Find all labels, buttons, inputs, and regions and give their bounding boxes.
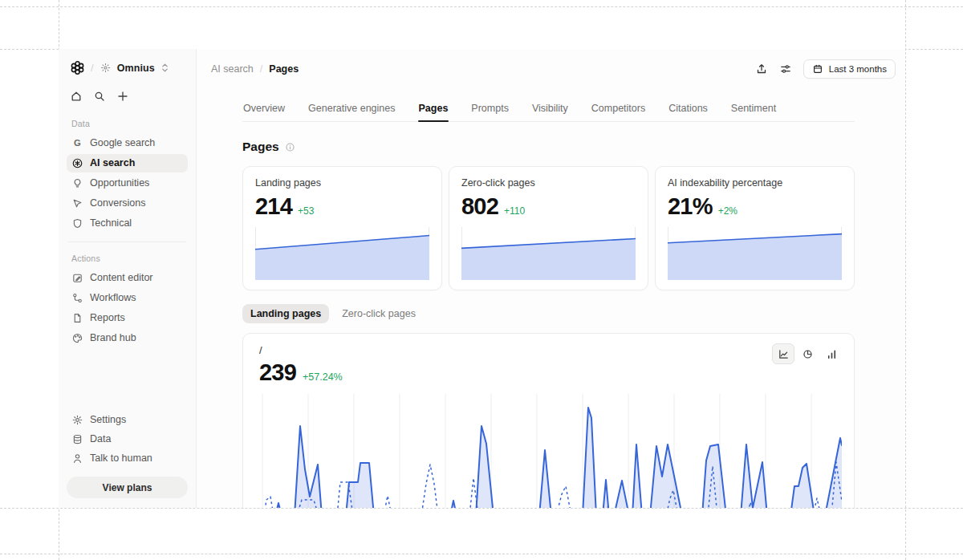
metric-label: AI indexability percentage — [668, 177, 842, 189]
sidebar-item-google-search[interactable]: G Google search — [67, 134, 188, 152]
sidebar-item-settings[interactable]: Settings — [67, 411, 188, 429]
sidebar-footer: Settings Data Talk to human View plans — [67, 410, 188, 508]
sidebar-item-conversions[interactable]: Conversions — [67, 194, 188, 213]
sidebar-item-label: Data — [90, 433, 111, 445]
calendar-icon — [812, 63, 823, 75]
metric-delta: +53 — [298, 205, 314, 217]
breadcrumb-parent[interactable]: AI search — [211, 63, 254, 75]
gear-icon — [71, 414, 83, 426]
ai-search-icon — [71, 157, 83, 169]
shield-icon — [71, 217, 83, 229]
metric-cards: Landing pages 214 +53 Zero-click pages 8… — [242, 166, 855, 290]
metric-value: 802 — [461, 193, 498, 220]
workspace-row: / Omnius — [67, 49, 188, 79]
sidebar-item-brand-hub[interactable]: Brand hub — [67, 329, 188, 347]
metric-value: 214 — [255, 193, 292, 220]
search-icon[interactable] — [93, 90, 106, 103]
sidebar-item-technical[interactable]: Technical — [67, 214, 188, 233]
person-icon — [71, 452, 83, 465]
metric-card-landing-pages[interactable]: Landing pages 214 +53 — [242, 166, 442, 290]
line-chart-icon[interactable] — [772, 343, 794, 364]
sidebar-item-label: Conversions — [90, 197, 145, 209]
database-icon — [71, 433, 83, 445]
sidebar-item-label: Opportunities — [90, 177, 149, 189]
sidebar-item-label: Talk to human — [90, 452, 152, 465]
chart-delta: +57.24% — [303, 371, 343, 383]
guide-line — [0, 554, 963, 554]
pie-chart-icon[interactable] — [796, 343, 819, 364]
breadcrumb-slash: / — [91, 62, 94, 74]
sidebar-item-label: Google search — [90, 137, 155, 149]
main-area: AI search / Pages Last 3 mon — [197, 49, 905, 508]
home-icon[interactable] — [70, 90, 83, 103]
sidebar-item-workflows[interactable]: Workflows — [67, 289, 188, 307]
quick-actions — [67, 79, 188, 108]
add-icon[interactable] — [116, 90, 129, 103]
sidebar-item-opportunities[interactable]: Opportunities — [67, 174, 188, 193]
workspace-avatar-icon — [100, 62, 112, 74]
workflow-icon — [71, 292, 83, 304]
google-g-icon: G — [71, 137, 83, 149]
sidebar-item-label: Brand hub — [90, 332, 136, 344]
workspace-switcher[interactable] — [160, 63, 169, 73]
tab-overview[interactable]: Overview — [242, 98, 286, 121]
tab-bar: Overview Generative engines Pages Prompt… — [242, 98, 855, 122]
section-label-data: Data — [67, 108, 188, 133]
metric-delta: +110 — [504, 205, 525, 217]
tab-competitors[interactable]: Competitors — [591, 98, 646, 121]
metric-value: 21% — [668, 193, 713, 220]
breadcrumb: AI search / Pages — [211, 63, 299, 75]
guide-line — [0, 508, 963, 509]
landing-pages-line-chart[interactable] — [259, 394, 842, 508]
metric-card-zero-click-pages[interactable]: Zero-click pages 802 +110 — [449, 166, 648, 290]
tab-visibility[interactable]: Visibility — [531, 98, 569, 121]
toggle-zero-click-pages[interactable]: Zero-click pages — [334, 304, 424, 323]
filter-sliders-icon[interactable] — [779, 63, 792, 75]
design-canvas: / Omnius — [0, 0, 963, 560]
topbar: AI search / Pages Last 3 mon — [197, 49, 905, 83]
sidebar-item-ai-search[interactable]: AI search — [67, 154, 188, 172]
guide-line — [0, 6, 963, 7]
tab-citations[interactable]: Citations — [668, 98, 709, 121]
sidebar-item-reports[interactable]: Reports — [67, 309, 188, 327]
sparkline-chart — [255, 227, 429, 280]
chart-value: 239 — [259, 359, 296, 386]
tab-sentiment[interactable]: Sentiment — [730, 98, 777, 121]
date-range-button[interactable]: Last 3 months — [803, 59, 896, 79]
bar-chart-icon[interactable] — [820, 343, 843, 364]
tab-prompts[interactable]: Prompts — [470, 98, 510, 121]
chart-page-path: / — [259, 344, 841, 356]
workspace-name: Omnius — [117, 63, 155, 74]
metric-label: Landing pages — [255, 177, 429, 189]
edit-icon — [71, 272, 83, 284]
metric-delta: +2% — [718, 205, 737, 217]
chart-type-switcher — [772, 343, 843, 364]
svg-text:G: G — [74, 138, 81, 148]
sidebar: / Omnius — [59, 49, 197, 508]
sidebar-item-label: Content editor — [90, 272, 153, 284]
section-label-actions: Actions — [67, 242, 188, 268]
app-logo-icon — [70, 60, 85, 75]
page-head: Pages — [242, 140, 855, 154]
tab-pages[interactable]: Pages — [418, 98, 449, 121]
lightbulb-icon — [71, 177, 83, 189]
toggle-landing-pages[interactable]: Landing pages — [242, 304, 329, 323]
sidebar-item-label: Settings — [90, 414, 126, 426]
page-title: Pages — [242, 140, 279, 154]
export-icon[interactable] — [755, 63, 768, 75]
sidebar-item-label: Technical — [90, 217, 132, 229]
info-icon[interactable] — [285, 142, 295, 152]
sparkline-chart — [461, 227, 636, 280]
palette-icon — [71, 332, 83, 344]
document-icon — [71, 312, 83, 324]
sidebar-item-talk-to-human[interactable]: Talk to human — [67, 449, 188, 468]
view-plans-button[interactable]: View plans — [67, 477, 188, 498]
metric-card-ai-indexability[interactable]: AI indexability percentage 21% +2% — [655, 166, 855, 290]
sidebar-item-content-editor[interactable]: Content editor — [67, 269, 188, 287]
landing-pages-chart-card: / 239 +57.24% — [242, 333, 855, 508]
tab-generative-engines[interactable]: Generative engines — [307, 98, 396, 121]
sidebar-item-data[interactable]: Data — [67, 430, 188, 448]
app-window: / Omnius — [59, 49, 905, 508]
sidebar-item-label: AI search — [90, 157, 135, 169]
date-range-label: Last 3 months — [829, 64, 887, 74]
